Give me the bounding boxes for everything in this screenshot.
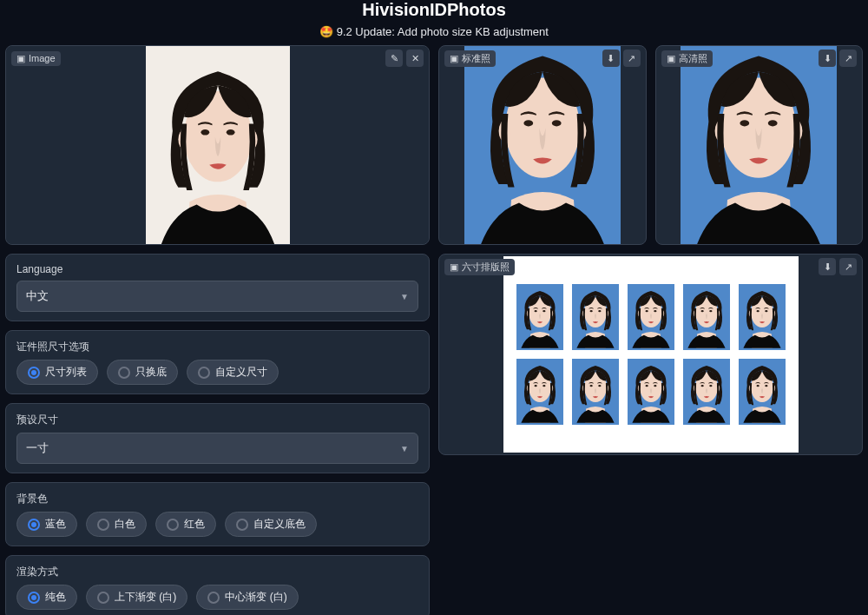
close-icon[interactable]: ✕ xyxy=(406,50,424,67)
radio-dot xyxy=(236,519,248,531)
radio-label: 纯色 xyxy=(45,590,66,605)
chevron-down-icon: ▼ xyxy=(400,444,409,453)
radio-dot xyxy=(97,592,109,604)
layout-cell xyxy=(739,284,786,350)
radio-dot xyxy=(207,592,220,604)
input-image-label: ▣ Image xyxy=(11,51,61,66)
chevron-down-icon: ▼ xyxy=(400,292,409,301)
language-select[interactable]: 中文 ▼ xyxy=(16,281,418,312)
preset-size-label: 预设尺寸 xyxy=(16,413,418,427)
hd-photo-panel: ▣ 高清照 ⬇ ↗ xyxy=(655,45,864,245)
size-option-label: 证件照尺寸选项 xyxy=(16,340,418,354)
image-icon: ▣ xyxy=(667,53,675,64)
radio-label: 自定义尺寸 xyxy=(215,365,267,380)
standard-photo-label: ▣ 标准照 xyxy=(444,50,496,67)
radio-label: 白色 xyxy=(115,517,135,532)
size-option-option-0[interactable]: 尺寸列表 xyxy=(16,360,98,385)
radio-dot xyxy=(198,367,210,379)
layout-photo-label: ▣ 六寸排版照 xyxy=(444,259,515,275)
update-banner: 🤩 9.2 Update: Add photo size KB adjustme… xyxy=(0,25,868,38)
hd-portrait xyxy=(681,46,837,244)
layout-cell xyxy=(628,284,674,350)
bg-color-option-2[interactable]: 红色 xyxy=(155,512,216,537)
layout-cell xyxy=(739,359,786,425)
radio-label: 上下渐变 (白) xyxy=(115,590,176,605)
radio-label: 只换底 xyxy=(135,365,167,380)
render-mode-option-1[interactable]: 上下渐变 (白) xyxy=(86,585,187,610)
radio-dot xyxy=(167,519,179,531)
radio-dot xyxy=(28,592,40,604)
layout-cell xyxy=(628,359,674,425)
app-title: HivisionIDPhotos xyxy=(0,0,868,20)
size-option-option-2[interactable]: 自定义尺寸 xyxy=(187,360,279,385)
size-option-block: 证件照尺寸选项 尺寸列表只换底自定义尺寸 xyxy=(5,330,430,394)
render-mode-option-0[interactable]: 纯色 xyxy=(16,585,77,610)
radio-dot xyxy=(97,519,109,531)
bg-color-option-0[interactable]: 蓝色 xyxy=(16,512,77,537)
bg-color-label: 背景色 xyxy=(16,492,418,506)
radio-label: 蓝色 xyxy=(45,517,66,532)
render-mode-block: 渲染方式 纯色上下渐变 (白)中心渐变 (白) xyxy=(5,555,430,615)
render-mode-label: 渲染方式 xyxy=(16,565,418,579)
layout-photo-panel: ▣ 六寸排版照 ⬇ ↗ xyxy=(438,254,863,455)
image-icon: ▣ xyxy=(16,53,25,64)
radio-label: 自定义底色 xyxy=(253,517,306,532)
layout-cell xyxy=(572,284,619,350)
image-icon: ▣ xyxy=(450,261,458,273)
radio-label: 尺寸列表 xyxy=(45,365,87,380)
bg-color-option-1[interactable]: 白色 xyxy=(86,512,147,537)
radio-label: 中心渐变 (白) xyxy=(225,590,286,605)
layout-cell xyxy=(683,359,730,425)
radio-dot xyxy=(28,519,40,531)
share-icon[interactable]: ↗ xyxy=(839,50,857,67)
share-icon[interactable]: ↗ xyxy=(623,50,641,67)
radio-dot xyxy=(118,367,130,379)
layout-cell xyxy=(683,284,730,350)
bg-color-option-3[interactable]: 自定义底色 xyxy=(225,512,317,537)
download-icon[interactable]: ⬇ xyxy=(819,258,836,275)
preset-size-block: 预设尺寸 一寸 ▼ xyxy=(5,403,430,473)
input-image-panel[interactable]: ▣ Image ✎ ✕ xyxy=(5,45,430,245)
language-block: Language 中文 ▼ xyxy=(5,254,430,321)
edit-icon[interactable]: ✎ xyxy=(385,50,403,67)
radio-label: 红色 xyxy=(184,517,205,532)
image-icon: ▣ xyxy=(450,53,458,64)
input-portrait xyxy=(146,46,290,244)
header: HivisionIDPhotos 🤩 9.2 Update: Add photo… xyxy=(0,0,868,45)
preset-size-select[interactable]: 一寸 ▼ xyxy=(16,433,418,464)
render-mode-option-2[interactable]: 中心渐变 (白) xyxy=(196,585,298,610)
bg-color-block: 背景色 蓝色白色红色自定义底色 xyxy=(5,482,430,546)
download-icon[interactable]: ⬇ xyxy=(819,50,836,67)
layout-cell xyxy=(516,284,563,350)
size-option-option-1[interactable]: 只换底 xyxy=(107,360,178,385)
hd-photo-label: ▣ 高清照 xyxy=(661,50,713,67)
language-label: Language xyxy=(16,263,418,275)
layout-sheet xyxy=(503,256,799,453)
standard-portrait xyxy=(464,46,621,244)
share-icon[interactable]: ↗ xyxy=(839,258,857,275)
layout-cell xyxy=(572,359,619,425)
layout-cell xyxy=(516,359,563,425)
standard-photo-panel: ▣ 标准照 ⬇ ↗ xyxy=(438,45,647,245)
radio-dot xyxy=(28,367,40,379)
download-icon[interactable]: ⬇ xyxy=(602,50,620,67)
